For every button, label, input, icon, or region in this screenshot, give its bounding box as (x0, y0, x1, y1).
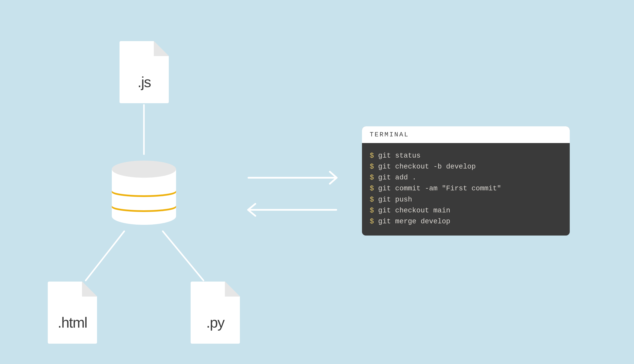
terminal-line: $ git add . (370, 172, 562, 183)
terminal-command: git commit -am "First commit" (378, 184, 501, 192)
terminal-command: git push (378, 196, 412, 204)
terminal-prompt: $ (370, 152, 378, 160)
terminal-line: $ git commit -am "First commit" (370, 183, 562, 194)
terminal-command: git add . (378, 174, 416, 182)
terminal-command: git checkout -b develop (378, 163, 476, 171)
terminal-title: TERMINAL (362, 126, 570, 143)
terminal-line: $ git status (370, 150, 562, 161)
terminal-line: $ git push (370, 194, 562, 205)
terminal-command: git merge develop (378, 218, 450, 226)
diagram-canvas: .js .html .py TERMINAL $ git status$ git… (0, 0, 634, 364)
terminal-prompt: $ (370, 174, 378, 182)
terminal-line: $ git merge develop (370, 216, 562, 227)
terminal-line: $ git checkout -b develop (370, 161, 562, 172)
terminal-prompt: $ (370, 184, 378, 192)
terminal-content: $ git status$ git checkout -b develop$ g… (362, 143, 570, 236)
terminal-command: git status (378, 152, 421, 160)
terminal-prompt: $ (370, 206, 378, 214)
terminal-line: $ git checkout main (370, 205, 562, 216)
terminal-prompt: $ (370, 196, 378, 204)
terminal-window: TERMINAL $ git status$ git checkout -b d… (362, 126, 570, 236)
terminal-command: git checkout main (378, 206, 450, 214)
terminal-prompt: $ (370, 218, 378, 226)
terminal-prompt: $ (370, 163, 378, 171)
